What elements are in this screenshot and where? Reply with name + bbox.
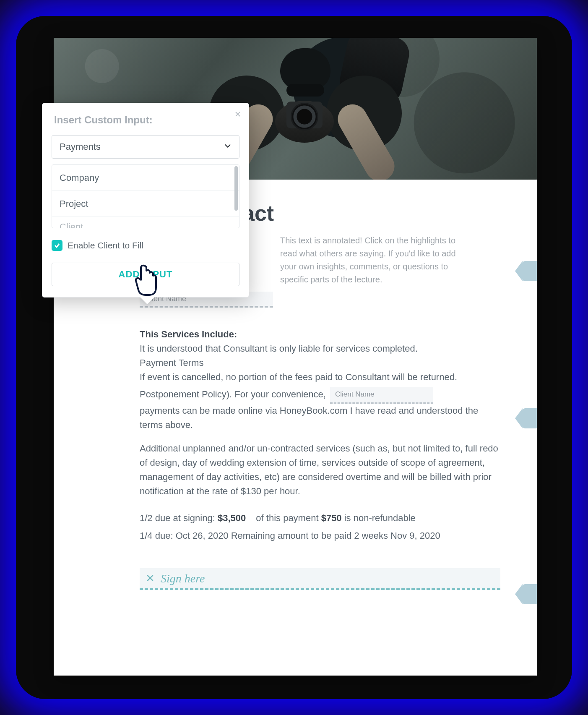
line-liable: It is understood that Consultant is only… bbox=[140, 342, 500, 356]
line-payment-terms: Payment Terms bbox=[140, 356, 500, 370]
popover-close-button[interactable] bbox=[234, 109, 241, 120]
line-cancel: If event is cancelled, no portion of the… bbox=[140, 370, 500, 384]
scrollbar-thumb[interactable] bbox=[234, 166, 238, 211]
close-icon bbox=[234, 111, 241, 117]
annotation-hint: This text is annotated! Click on the hig… bbox=[280, 234, 456, 286]
overtime-paragraph: Additional unplanned and/or un-contracte… bbox=[140, 441, 500, 498]
enable-client-fill-label: Enable Client to Fill bbox=[68, 240, 143, 251]
signature-field[interactable]: ✕ Sign here bbox=[140, 568, 500, 590]
check-icon bbox=[54, 242, 60, 249]
field-category-select[interactable]: Payments bbox=[52, 135, 239, 159]
amount-nonrefundable: $750 bbox=[321, 513, 342, 523]
services-heading: This Services Include: bbox=[140, 327, 500, 342]
line-postpone: Postponement Policy). For your convenien… bbox=[140, 387, 500, 403]
comment-marker-3[interactable] bbox=[523, 584, 537, 604]
chevron-down-icon bbox=[224, 141, 232, 152]
postpone-text-a: Postponement Policy). For your convenien… bbox=[140, 389, 328, 400]
client-name-field-inline[interactable]: Client Name bbox=[330, 387, 433, 403]
enable-client-fill-checkbox[interactable] bbox=[52, 240, 62, 251]
payment-row-1: 1/2 due at signing: $3,500 of this payme… bbox=[140, 511, 500, 525]
contract-content: This Services Include: It is understood … bbox=[140, 327, 500, 590]
signature-x-icon: ✕ bbox=[146, 570, 155, 587]
popover-title: Insert Custom Input: bbox=[42, 103, 249, 132]
option-client[interactable]: Client bbox=[52, 217, 239, 228]
comment-marker-1[interactable] bbox=[523, 261, 537, 281]
option-project[interactable]: Project bbox=[52, 191, 239, 217]
signature-placeholder: Sign here bbox=[161, 569, 205, 587]
field-option-list[interactable]: Company Project Client bbox=[52, 164, 239, 228]
enable-client-fill-row[interactable]: Enable Client to Fill bbox=[42, 228, 249, 255]
comment-marker-2[interactable] bbox=[523, 408, 537, 428]
amount-signing: $3,500 bbox=[218, 513, 246, 523]
select-value: Payments bbox=[60, 141, 101, 152]
pointer-cursor-icon bbox=[132, 263, 159, 297]
postpone-text-b: payments can be made online via HoneyBoo… bbox=[140, 404, 500, 432]
option-company[interactable]: Company bbox=[52, 165, 239, 191]
payment-row-2: 1/4 due: Oct 26, 2020 Remaining amount t… bbox=[140, 529, 500, 543]
